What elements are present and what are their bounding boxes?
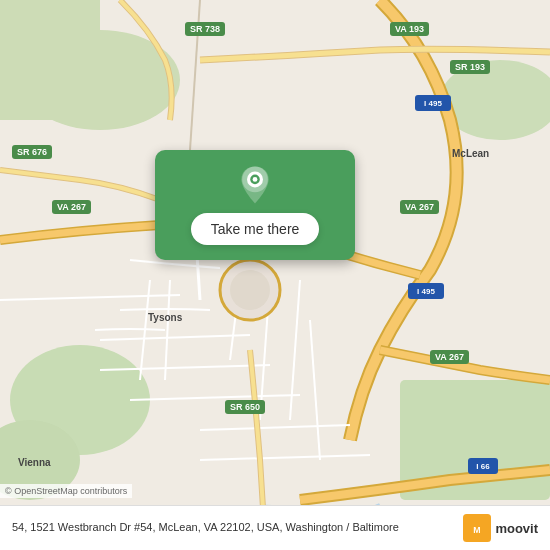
moovit-logo: M moovit xyxy=(463,514,538,542)
badge-sr650: SR 650 xyxy=(225,400,265,414)
badge-sr676: SR 676 xyxy=(12,145,52,159)
moovit-text: moovit xyxy=(495,521,538,536)
take-me-there-button[interactable]: Take me there xyxy=(191,213,320,245)
badge-va193: VA 193 xyxy=(390,22,429,36)
place-vienna: Vienna xyxy=(18,457,51,468)
address-text: 54, 1521 Westbranch Dr #54, McLean, VA 2… xyxy=(12,520,463,535)
map-attribution: © OpenStreetMap contributors xyxy=(0,484,132,498)
take-me-there-card: Take me there xyxy=(155,150,355,260)
bottom-bar: 54, 1521 Westbranch Dr #54, McLean, VA 2… xyxy=(0,505,550,550)
moovit-logo-icon: M xyxy=(463,514,491,542)
badge-i495-top: I 495 xyxy=(415,95,451,111)
place-tysons: Tysons xyxy=(148,312,182,323)
location-pin-icon xyxy=(235,165,275,205)
badge-va267-lower: VA 267 xyxy=(430,350,469,364)
place-mclean: McLean xyxy=(452,148,489,159)
badge-va267-left: VA 267 xyxy=(52,200,91,214)
badge-i66: I 66 xyxy=(468,458,498,474)
svg-rect-6 xyxy=(0,0,100,120)
badge-sr738: SR 738 xyxy=(185,22,225,36)
svg-text:M: M xyxy=(474,525,481,535)
badge-i495-mid: I 495 xyxy=(408,283,444,299)
map-container: SR 738 VA 193 SR 193 SR 676 VA 267 I 495… xyxy=(0,0,550,550)
svg-point-26 xyxy=(253,177,258,182)
badge-sr193: SR 193 xyxy=(450,60,490,74)
badge-va267-right: VA 267 xyxy=(400,200,439,214)
svg-point-22 xyxy=(230,270,270,310)
